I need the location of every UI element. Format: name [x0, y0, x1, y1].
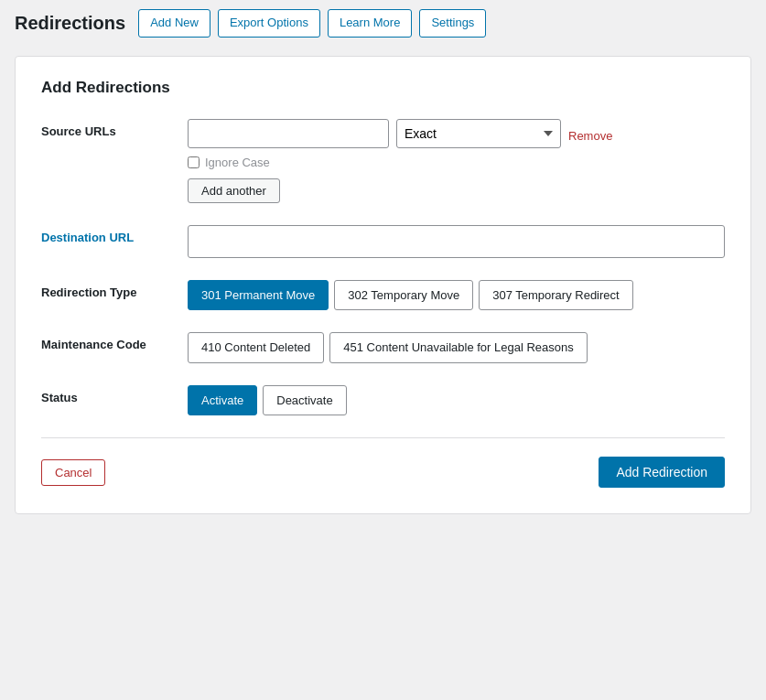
- deactivate-button[interactable]: Deactivate: [263, 385, 346, 416]
- ignore-case-row: Ignore Case: [188, 156, 725, 169]
- add-another-button[interactable]: Add another: [188, 178, 280, 203]
- main-panel: Add Redirections Source URLs Exact Regex…: [15, 56, 751, 515]
- ignore-case-label: Ignore Case: [205, 156, 270, 169]
- maintenance-code-label: Maintenance Code: [41, 332, 188, 351]
- url-row: Exact Regex Starts With Ends With Remove: [188, 119, 725, 148]
- cancel-button[interactable]: Cancel: [41, 459, 105, 486]
- source-urls-controls: Exact Regex Starts With Ends With Remove…: [188, 119, 725, 203]
- add-redirection-button[interactable]: Add Redirection: [599, 457, 725, 488]
- remove-link[interactable]: Remove: [568, 124, 612, 143]
- section-title: Add Redirections: [41, 79, 725, 97]
- type-301-button[interactable]: 301 Permanent Move: [188, 280, 329, 311]
- ignore-case-checkbox[interactable]: [188, 156, 200, 168]
- match-type-select[interactable]: Exact Regex Starts With Ends With: [396, 119, 561, 148]
- source-url-input[interactable]: [188, 119, 389, 148]
- type-302-button[interactable]: 302 Temporary Move: [334, 280, 473, 311]
- status-group: Activate Deactivate: [188, 385, 725, 416]
- top-bar: Redirections Add New Export Options Lear…: [0, 0, 766, 47]
- settings-button[interactable]: Settings: [419, 9, 486, 38]
- code-451-button[interactable]: 451 Content Unavailable for Legal Reason…: [329, 332, 588, 363]
- status-controls: Activate Deactivate: [188, 385, 725, 416]
- destination-url-label: Destination URL: [41, 225, 188, 244]
- status-label: Status: [41, 385, 188, 404]
- status-row: Status Activate Deactivate: [41, 385, 725, 416]
- redirection-type-group: 301 Permanent Move 302 Temporary Move 30…: [188, 280, 725, 311]
- activate-button[interactable]: Activate: [188, 385, 257, 416]
- redirection-type-label: Redirection Type: [41, 280, 188, 299]
- source-urls-row: Source URLs Exact Regex Starts With Ends…: [41, 119, 725, 203]
- destination-url-controls: [188, 225, 725, 258]
- maintenance-code-row: Maintenance Code 410 Content Deleted 451…: [41, 332, 725, 363]
- type-307-button[interactable]: 307 Temporary Redirect: [479, 280, 633, 311]
- export-options-button[interactable]: Export Options: [218, 9, 320, 38]
- code-410-button[interactable]: 410 Content Deleted: [188, 332, 324, 363]
- page-title: Redirections: [15, 13, 125, 34]
- learn-more-button[interactable]: Learn More: [328, 9, 412, 38]
- destination-url-input[interactable]: [188, 225, 725, 258]
- source-urls-label: Source URLs: [41, 119, 188, 138]
- maintenance-code-controls: 410 Content Deleted 451 Content Unavaila…: [188, 332, 725, 363]
- maintenance-code-group: 410 Content Deleted 451 Content Unavaila…: [188, 332, 725, 363]
- footer-row: Cancel Add Redirection: [41, 437, 725, 488]
- add-new-button[interactable]: Add New: [138, 9, 210, 38]
- destination-url-row: Destination URL: [41, 225, 725, 258]
- redirection-type-row: Redirection Type 301 Permanent Move 302 …: [41, 280, 725, 311]
- redirection-type-controls: 301 Permanent Move 302 Temporary Move 30…: [188, 280, 725, 311]
